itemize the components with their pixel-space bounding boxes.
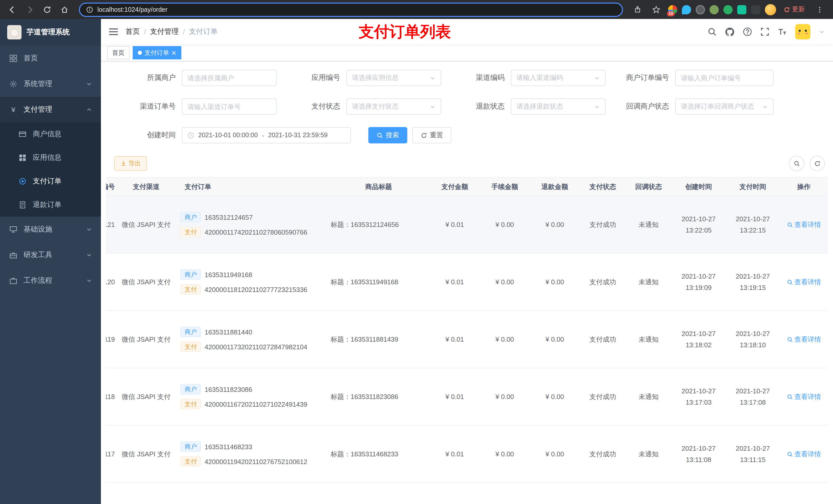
breadcrumb-separator: /: [144, 28, 146, 36]
share-icon[interactable]: [630, 2, 644, 17]
breadcrumb-payment[interactable]: 支付管理: [150, 27, 179, 37]
sidebar-item-label: 支付订单: [33, 177, 62, 186]
sidebar-item-refund-order[interactable]: 退款订单: [0, 193, 101, 217]
merchant-order-no-input[interactable]: [675, 70, 774, 86]
refresh-button[interactable]: [809, 156, 825, 171]
browser-actions: 10 更新: [630, 2, 828, 17]
extension-drop-icon[interactable]: [682, 5, 691, 14]
table-row: 118 微信 JSAPI 支付 商户1635311823086 支付420000…: [106, 368, 828, 425]
orders-table: 编号 支付渠道 支付订单 商品标题 支付金额 手续金额 退款金额 支付状态 回调…: [106, 177, 828, 504]
col-fee: 手续金额: [480, 177, 530, 196]
pay-no: 4200001194202110276752100612: [205, 458, 307, 465]
user-avatar[interactable]: [795, 24, 810, 40]
pay-no: 4200001174202110278060590766: [205, 228, 307, 236]
sidebar-item-devtools[interactable]: 研发工具: [0, 242, 101, 268]
pay-status-select[interactable]: 请选择支付状态: [346, 98, 441, 115]
sidebar-item-app-info[interactable]: 应用信息: [0, 146, 101, 170]
clock-icon: [188, 132, 194, 139]
browser-forward-icon[interactable]: [23, 2, 37, 17]
col-title: 商品标题: [328, 177, 430, 196]
filter-label: 渠道编码: [453, 73, 511, 82]
tab-home[interactable]: 首页: [107, 46, 129, 59]
payment-submenu: 商户信息 应用信息 支付订单 退款订单: [0, 122, 101, 217]
extension-pin-icon[interactable]: [751, 5, 760, 14]
sidebar-item-pay-order[interactable]: 支付订单: [0, 170, 101, 193]
breadcrumb-current: 支付订单: [189, 27, 218, 37]
sidebar-item-infra[interactable]: 基础设施: [0, 217, 101, 242]
pay-no: 4200001181202110277723215336: [205, 286, 307, 293]
app-logo[interactable]: 芋道管理系统: [0, 19, 101, 46]
fullscreen-icon[interactable]: [760, 27, 769, 37]
sidebar-item-merchant-info[interactable]: 商户信息: [0, 122, 101, 146]
toggle-search-button[interactable]: [789, 156, 804, 171]
channel-order-no-input[interactable]: [182, 98, 277, 115]
extension-circle-icon[interactable]: [710, 5, 719, 14]
sidebar-item-label: 工作流程: [24, 276, 52, 285]
filter-form: 所属商户 应用编号 请选择应用信息 渠道编码: [106, 70, 828, 143]
extension-chat-icon[interactable]: [737, 5, 746, 14]
extension-colorful-icon[interactable]: 10: [668, 5, 677, 14]
browser-profile-avatar[interactable]: [765, 4, 776, 15]
sidebar-item-label: 应用信息: [33, 153, 62, 162]
filter-label: 应用编号: [289, 73, 346, 82]
close-icon[interactable]: [172, 50, 176, 55]
sidebar-item-home[interactable]: 首页: [0, 46, 101, 71]
view-detail-link[interactable]: 查看详情: [787, 392, 821, 401]
view-detail-link[interactable]: 查看详情: [787, 278, 821, 287]
browser-reload-icon[interactable]: [40, 2, 54, 17]
sidebar-item-label: 基础设施: [24, 225, 52, 234]
help-icon[interactable]: [743, 27, 752, 37]
export-button[interactable]: 导出: [114, 156, 147, 171]
sidebar-item-label: 支付管理: [24, 105, 52, 114]
caret-down-icon[interactable]: [819, 29, 825, 35]
app-title: 芋道管理系统: [27, 28, 70, 37]
tab-pay-order[interactable]: 支付订单: [133, 46, 181, 59]
bookmark-star-icon[interactable]: [649, 2, 663, 17]
top-navbar: 首页 / 支付管理 / 支付订单 支付订单列表: [101, 19, 833, 45]
chevron-up-icon: [87, 107, 92, 112]
merchant-input[interactable]: [182, 70, 277, 86]
sidebar-item-system[interactable]: 系统管理: [0, 71, 101, 97]
merchant-no: 1635311823086: [205, 385, 252, 393]
tags-view: 首页 支付订单: [101, 45, 833, 62]
breadcrumb-home[interactable]: 首页: [125, 27, 140, 37]
channel-code-select[interactable]: 请输入渠道编码: [511, 70, 605, 86]
browser-menu-icon[interactable]: [812, 2, 827, 17]
pay-tag: 支付: [181, 399, 201, 409]
toolbox-icon: [9, 251, 18, 259]
refund-status-select[interactable]: 请选择退款状态: [511, 98, 605, 115]
gear-icon: [9, 80, 18, 88]
merchant-tag: 商户: [181, 327, 201, 337]
app-select[interactable]: 请选择应用信息: [346, 70, 441, 86]
view-detail-link[interactable]: 查看详情: [787, 450, 821, 459]
extension-globe-icon[interactable]: [696, 5, 705, 14]
filter-label: 创建时间: [124, 130, 182, 140]
search-icon[interactable]: [708, 27, 717, 37]
sidebar-item-payment[interactable]: ¥ 支付管理: [0, 97, 101, 122]
chevron-down-icon: [87, 278, 92, 283]
github-icon[interactable]: [725, 27, 735, 37]
merchant-no: 1635312124657: [205, 213, 253, 221]
tab-label: 首页: [112, 48, 124, 57]
hamburger-icon[interactable]: [109, 28, 118, 36]
view-detail-link[interactable]: 查看详情: [787, 335, 821, 344]
col-refund: 退款金额: [530, 177, 580, 196]
url-bar[interactable]: localhost:1024/pay/order: [79, 2, 623, 17]
table-tools: [789, 156, 828, 171]
browser-back-icon[interactable]: [5, 2, 20, 17]
sidebar-item-workflow[interactable]: 工作流程: [0, 268, 101, 293]
font-size-icon[interactable]: [778, 27, 787, 37]
sidebar-item-label: 首页: [24, 54, 38, 63]
extension-check-icon[interactable]: [723, 5, 733, 14]
reset-button[interactable]: 重置: [412, 127, 451, 143]
table-toolbar: 导出: [106, 156, 828, 171]
site-info-icon[interactable]: [86, 6, 93, 13]
col-ptime: 支付时间: [726, 177, 780, 196]
chevron-down-icon: [87, 227, 92, 232]
create-time-range[interactable]: 2021-10-01 00:00:00 - 2021-10-31 23:59:5…: [182, 127, 351, 143]
notify-status-select[interactable]: 请选择订单回调商户状态: [675, 98, 774, 115]
view-detail-link[interactable]: 查看详情: [787, 220, 821, 229]
browser-update-button[interactable]: 更新: [781, 4, 808, 15]
search-button[interactable]: 搜索: [368, 127, 407, 143]
browser-home-icon[interactable]: [57, 2, 72, 17]
